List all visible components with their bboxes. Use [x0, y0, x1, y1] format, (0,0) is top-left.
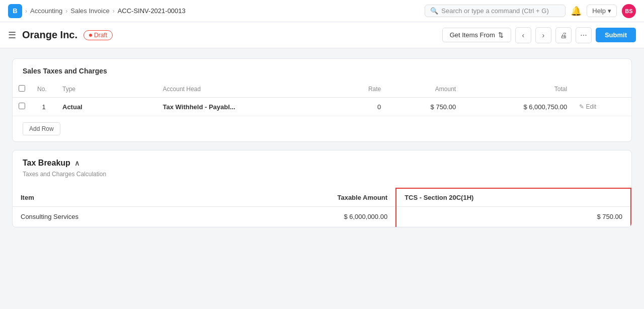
prev-icon: ‹ — [522, 31, 525, 39]
hamburger-icon[interactable]: ☰ — [8, 30, 16, 41]
col-no: No. — [31, 81, 56, 98]
select-all-checkbox[interactable] — [19, 85, 25, 92]
sales-taxes-card: Sales Taxes and Charges No. Type Account… — [12, 58, 632, 142]
avatar[interactable]: BS — [622, 4, 636, 18]
breadcrumb-area: B › Accounting › Sales Invoice › ACC-SIN… — [8, 4, 186, 18]
row-edit-cell: ✎ Edit — [573, 98, 631, 116]
header-left: ☰ Orange Inc. Draft — [8, 29, 113, 41]
row-total: $ 6,000,750.00 — [462, 98, 573, 116]
notification-icon[interactable]: 🔔 — [571, 6, 582, 17]
app-icon[interactable]: B — [8, 4, 22, 18]
breadcrumb-sales-invoice[interactable]: Sales Invoice — [70, 7, 109, 15]
row-rate: 0 — [338, 98, 387, 116]
more-icon: ··· — [580, 31, 587, 40]
breadcrumb-accounting[interactable]: Accounting — [30, 7, 62, 15]
search-placeholder: Search or type a command (Ctrl + G) — [441, 7, 549, 15]
sep-3: › — [113, 8, 115, 15]
chevron-up-icon[interactable]: ∧ — [74, 159, 79, 167]
prev-button[interactable]: ‹ — [515, 27, 531, 43]
help-chevron-icon: ▾ — [608, 7, 611, 15]
row-checkbox[interactable] — [19, 103, 25, 109]
col-amount: Amount — [387, 81, 462, 98]
document-header: ☰ Orange Inc. Draft Get Items From ⇅ ‹ ›… — [0, 22, 644, 48]
get-items-label: Get Items From — [450, 31, 495, 39]
get-items-button[interactable]: Get Items From ⇅ — [442, 28, 511, 42]
breakup-table-row: Consulting Services $ 6,000,000.00 $ 750… — [13, 207, 631, 227]
sales-taxes-title: Sales Taxes and Charges — [13, 59, 631, 81]
col-rate: Rate — [338, 81, 387, 98]
print-button[interactable]: 🖨 — [555, 27, 572, 43]
main-content: Sales Taxes and Charges No. Type Account… — [0, 48, 644, 246]
breakup-col-item: Item — [13, 188, 214, 207]
print-icon: 🖨 — [560, 31, 567, 39]
col-checkbox — [13, 81, 31, 98]
status-dot — [89, 34, 92, 37]
sales-taxes-table: No. Type Account Head Rate Amount Total … — [13, 81, 631, 116]
edit-button[interactable]: ✎ Edit — [579, 103, 625, 110]
tax-breakup-header: Tax Breakup ∧ — [13, 150, 631, 170]
status-label: Draft — [94, 32, 107, 39]
top-nav-right: 🔍 Search or type a command (Ctrl + G) 🔔 … — [425, 4, 636, 18]
col-actions — [573, 81, 631, 98]
status-badge: Draft — [84, 30, 113, 40]
document-title: Orange Inc. — [22, 29, 77, 41]
row-no: 1 — [31, 98, 56, 116]
col-type: Type — [56, 81, 157, 98]
more-options-button[interactable]: ··· — [576, 27, 592, 43]
breakup-item: Consulting Services — [13, 207, 214, 227]
next-icon: › — [542, 31, 545, 39]
table-row: 1 Actual Tax Withheld - Payabl... 0 $ 75… — [13, 98, 631, 116]
breakup-tcs-value: $ 750.00 — [396, 207, 631, 227]
tax-breakup-card: Tax Breakup ∧ Taxes and Charges Calculat… — [12, 150, 632, 227]
row-amount: $ 750.00 — [387, 98, 462, 116]
row-checkbox-cell — [13, 98, 31, 116]
search-bar[interactable]: 🔍 Search or type a command (Ctrl + G) — [425, 5, 566, 17]
breadcrumb-current: ACC-SINV-2021-00013 — [118, 7, 186, 15]
breakup-col-taxable-amount: Taxable Amount — [214, 188, 396, 207]
add-row-button[interactable]: Add Row — [23, 122, 60, 135]
col-total: Total — [462, 81, 573, 98]
breakup-taxable-amount: $ 6,000,000.00 — [214, 207, 396, 227]
row-type: Actual — [56, 98, 157, 116]
search-icon: 🔍 — [430, 7, 438, 15]
top-navigation: B › Accounting › Sales Invoice › ACC-SIN… — [0, 0, 644, 22]
row-account-head: Tax Withheld - Payabl... — [157, 98, 338, 116]
tax-breakup-sublabel: Taxes and Charges Calculation — [13, 170, 631, 184]
get-items-chevron-icon: ⇅ — [498, 31, 504, 39]
col-account-head: Account Head — [157, 81, 338, 98]
tax-breakup-table: Item Taxable Amount TCS - Section 20C(1H… — [13, 188, 631, 227]
sep-1: › — [25, 8, 27, 15]
header-right: Get Items From ⇅ ‹ › 🖨 ··· Submit — [442, 27, 636, 43]
help-label: Help — [592, 7, 606, 15]
breakup-col-tcs: TCS - Section 20C(1H) — [396, 188, 631, 207]
sep-2: › — [65, 8, 67, 15]
help-button[interactable]: Help ▾ — [587, 5, 617, 17]
tax-breakup-title: Tax Breakup — [23, 159, 70, 168]
submit-button[interactable]: Submit — [596, 28, 636, 42]
next-button[interactable]: › — [535, 27, 551, 43]
